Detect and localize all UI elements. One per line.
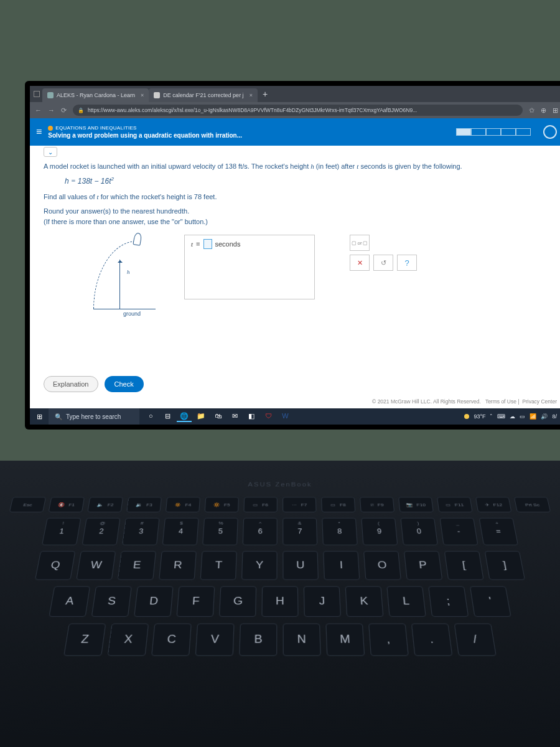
- weather-temp[interactable]: 93°F: [474, 413, 485, 420]
- window-control-icon[interactable]: [34, 91, 40, 97]
- keyboard-key[interactable]: .: [411, 623, 452, 655]
- keyboard-key[interactable]: ⋯F7: [282, 497, 316, 512]
- keyboard-key[interactable]: A: [49, 586, 90, 617]
- new-tab-button[interactable]: +: [258, 89, 273, 99]
- keyboard-key[interactable]: 📷F10: [398, 497, 434, 512]
- keyboard-key[interactable]: *8: [322, 518, 358, 545]
- keyboard-key[interactable]: ▭F6: [243, 497, 277, 512]
- forward-icon[interactable]: →: [48, 106, 55, 114]
- cortana-icon[interactable]: ⊟: [160, 411, 175, 422]
- keyboard-key[interactable]: 🔇F1: [48, 497, 85, 512]
- favorites-icon[interactable]: ✩: [529, 106, 534, 115]
- or-tool-button[interactable]: ▢or▢: [350, 235, 370, 251]
- start-button[interactable]: ⊞: [30, 413, 49, 421]
- keyboard-key[interactable]: _-: [440, 518, 478, 545]
- keyboard-key[interactable]: Esc: [9, 497, 46, 512]
- keyboard-key[interactable]: P: [404, 551, 442, 580]
- mail-icon[interactable]: ✉: [227, 411, 242, 422]
- keyboard-key[interactable]: E: [118, 551, 156, 580]
- keyboard-key[interactable]: (9: [361, 518, 398, 545]
- keyboard-key[interactable]: M: [325, 623, 365, 655]
- keyboard-key[interactable]: H: [261, 586, 298, 617]
- keyboard-key[interactable]: ,: [368, 623, 409, 655]
- extensions-icon[interactable]: ⊞: [553, 106, 558, 115]
- explorer-icon[interactable]: 📁: [194, 411, 208, 422]
- keyboard-key[interactable]: D: [134, 586, 174, 617]
- close-tab-icon[interactable]: ×: [141, 92, 144, 98]
- pie-progress-icon[interactable]: [543, 125, 557, 139]
- keyboard-key[interactable]: 🔆F5: [205, 497, 239, 512]
- keyboard-key[interactable]: ]: [485, 551, 525, 580]
- keyboard-key[interactable]: 🔅F4: [166, 497, 200, 512]
- tab-calendar[interactable]: DE calendar F'21 corrected per j ×: [149, 88, 258, 102]
- refresh-icon[interactable]: ⟳: [61, 106, 67, 115]
- volume-icon[interactable]: 🔊: [541, 413, 548, 420]
- taskbar-search[interactable]: 🔍 Type here to search: [49, 408, 139, 425]
- keyboard-key[interactable]: $4: [162, 518, 199, 545]
- keyboard-key[interactable]: N: [283, 623, 321, 655]
- privacy-link[interactable]: Privacy Center: [522, 398, 557, 405]
- keyboard-key[interactable]: Q: [35, 551, 75, 580]
- keyboard-key[interactable]: 🔈F2: [87, 497, 123, 512]
- keyboard-key[interactable]: L: [386, 586, 426, 617]
- keyboard-key[interactable]: ;: [428, 586, 469, 617]
- keyboard-key[interactable]: 🔉F3: [126, 497, 162, 512]
- keyboard-icon[interactable]: ⌨: [497, 413, 505, 420]
- keyboard-key[interactable]: ⎚F9: [360, 497, 394, 512]
- battery-icon[interactable]: ▭: [520, 413, 525, 420]
- keyboard-key[interactable]: B: [239, 623, 277, 655]
- keyboard-key[interactable]: ^6: [243, 518, 278, 545]
- keyboard-key[interactable]: K: [345, 586, 384, 617]
- keyboard-key[interactable]: T: [200, 551, 237, 580]
- keyboard-key[interactable]: %5: [202, 518, 238, 545]
- keyboard-key[interactable]: Prt Sc: [514, 497, 551, 512]
- keyboard-key[interactable]: X: [108, 623, 149, 655]
- answer-input[interactable]: [203, 239, 212, 249]
- keyboard-key[interactable]: I: [323, 551, 360, 580]
- keyboard-key[interactable]: ▭F8: [321, 497, 355, 512]
- keyboard-key[interactable]: ▭F11: [437, 497, 473, 512]
- keyboard-key[interactable]: O: [363, 551, 401, 580]
- help-button[interactable]: ?: [397, 255, 417, 271]
- keyboard-key[interactable]: S: [91, 586, 132, 617]
- collections-icon[interactable]: ⊕: [541, 106, 546, 115]
- keyboard-key[interactable]: [: [444, 551, 484, 580]
- terms-link[interactable]: Terms of Use: [485, 398, 516, 405]
- keyboard-key[interactable]: W: [76, 551, 116, 580]
- keyboard-key[interactable]: /: [454, 623, 497, 655]
- explanation-button[interactable]: Explanation: [44, 376, 98, 392]
- clear-button[interactable]: ✕: [350, 255, 370, 271]
- keyboard-key[interactable]: +=: [479, 518, 518, 545]
- keyboard-key[interactable]: @2: [82, 518, 121, 545]
- url-field[interactable]: 🔒 https://www-awu.aleks.com/alekscgi/x/I…: [73, 105, 523, 116]
- task-view-icon[interactable]: ○: [143, 411, 158, 422]
- clock[interactable]: 8/: [552, 413, 557, 420]
- close-tab-icon[interactable]: ×: [250, 92, 253, 98]
- keyboard-key[interactable]: V: [195, 623, 235, 655]
- back-icon[interactable]: ←: [35, 106, 42, 114]
- edge-icon[interactable]: 🌐: [177, 411, 192, 422]
- store-icon[interactable]: 🛍: [210, 411, 225, 422]
- wifi-icon[interactable]: 📶: [530, 413, 536, 420]
- keyboard-key[interactable]: Z: [63, 623, 106, 655]
- keyboard-key[interactable]: &7: [282, 518, 317, 545]
- keyboard-key[interactable]: G: [219, 586, 256, 617]
- keyboard-key[interactable]: J: [304, 586, 341, 617]
- keyboard-key[interactable]: Y: [241, 551, 278, 580]
- keyboard-key[interactable]: !1: [42, 518, 81, 545]
- app-icon[interactable]: ◧: [244, 411, 259, 422]
- keyboard-key[interactable]: F: [177, 586, 215, 617]
- word-icon[interactable]: W: [278, 411, 292, 422]
- cloud-icon[interactable]: ☁: [510, 413, 515, 420]
- menu-icon[interactable]: ≡: [36, 126, 42, 138]
- collapse-button[interactable]: ⌄: [44, 147, 57, 157]
- keyboard-key[interactable]: C: [151, 623, 192, 655]
- keyboard-key[interactable]: ': [470, 586, 511, 617]
- tab-aleks[interactable]: ALEKS - Ryan Cardona - Learn ×: [42, 88, 149, 102]
- reset-button[interactable]: ↺: [373, 255, 393, 271]
- keyboard-key[interactable]: ✈F12: [475, 497, 512, 512]
- keyboard-key[interactable]: U: [282, 551, 319, 580]
- keyboard-key[interactable]: )0: [400, 518, 437, 545]
- keyboard-key[interactable]: R: [159, 551, 197, 580]
- tray-chevron-icon[interactable]: ˄: [490, 413, 493, 420]
